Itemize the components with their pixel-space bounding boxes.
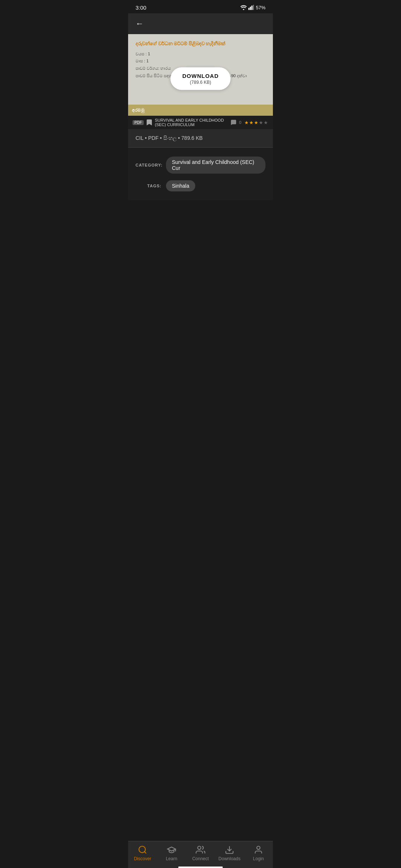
category-chip[interactable]: Survival and Early Childhood (SEC) Cur <box>166 157 265 174</box>
preview-strip: අරඹමු <box>128 105 273 116</box>
category-row: CATEGORY: Survival and Early Childhood (… <box>136 157 265 174</box>
comment-count: 0 <box>239 120 241 125</box>
status-bar: 3:00 57% <box>128 0 273 13</box>
svg-rect-3 <box>253 5 254 10</box>
doc-title: SURVIVAL AND EARLY CHILDHOOD (SEC) CURRI… <box>155 118 228 127</box>
category-label: CATEGORY: <box>136 163 162 167</box>
wifi-icon <box>240 5 247 10</box>
bookmark-icon <box>147 119 152 125</box>
download-button[interactable]: DOWNLOAD (789.6 KB) <box>170 68 231 90</box>
tags-label: TAGS: <box>136 184 162 188</box>
svg-rect-0 <box>248 8 250 10</box>
spacer <box>128 200 273 349</box>
status-icons: 57% <box>240 5 265 10</box>
download-size: (789.6 KB) <box>182 80 219 85</box>
svg-rect-2 <box>251 6 252 10</box>
preview-area: දරුවන්ගේ වර්ධන මට්ටම් පිළිබඳව හැදිනීමක් … <box>128 34 273 116</box>
file-info: CIL • PDF • සිංහල • 789.6 KB <box>128 129 273 148</box>
details-section: CATEGORY: Survival and Early Childhood (… <box>128 148 273 200</box>
back-button[interactable]: ← <box>134 17 145 30</box>
tag-chip-sinhala[interactable]: Sinhala <box>166 180 195 191</box>
status-time: 3:00 <box>136 4 146 11</box>
pdf-badge: PDF <box>133 120 144 125</box>
top-bar: ← <box>128 13 273 34</box>
stars: ★★★★★ <box>244 120 268 125</box>
svg-rect-1 <box>250 7 251 10</box>
comment-icon <box>231 120 236 125</box>
preview-title: දරුවන්ගේ වර්ධන මට්ටම් පිළිබඳව හැදිනීමක් <box>136 40 265 47</box>
preview-info-bar: PDF SURVIVAL AND EARLY CHILDHOOD (SEC) C… <box>128 116 273 129</box>
signal-icon <box>248 5 254 10</box>
battery-text: 57% <box>256 5 265 10</box>
download-label: DOWNLOAD <box>182 73 219 79</box>
section-label: අරඹමු <box>132 108 144 113</box>
tags-row: TAGS: Sinhala <box>136 180 265 191</box>
file-meta: CIL • PDF • සිංහල • 789.6 KB <box>136 135 265 141</box>
